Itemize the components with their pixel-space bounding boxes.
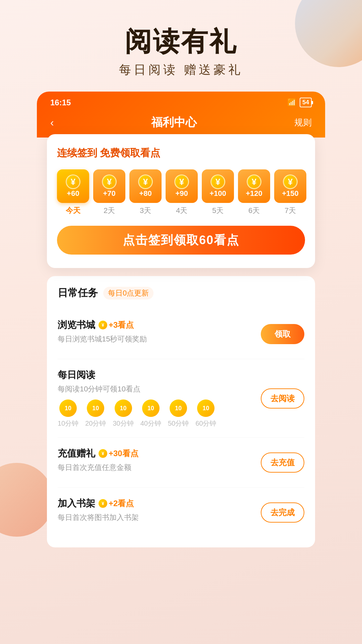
task-button[interactable]: 去阅读 bbox=[261, 388, 304, 409]
tasks-section: 日常任务 每日0点更新 浏览书城 ¥ +3看点 每日浏览书城15秒可领奖励 领取 bbox=[47, 276, 315, 547]
task-button[interactable]: 去完成 bbox=[261, 502, 304, 523]
coin-box: ¥ +90 bbox=[166, 169, 198, 203]
yen-symbol: ¥ bbox=[138, 174, 153, 189]
wifi-icon: 📶 bbox=[287, 98, 296, 107]
day-item: ¥ +120 6天 bbox=[238, 169, 270, 216]
coin-box: ¥ +70 bbox=[93, 169, 125, 203]
task-desc: 每阅读10分钟可领10看点 bbox=[58, 384, 261, 394]
coin-box: ¥ +60 bbox=[57, 169, 89, 203]
status-bar: 16:15 📶 54 bbox=[50, 98, 312, 107]
day-item: ¥ +80 3天 bbox=[129, 169, 162, 216]
task-info: 加入书架 ¥ +2看点 每日首次将图书加入书架 bbox=[58, 497, 261, 528]
task-info: 充值赠礼 ¥ +30看点 每日首次充值任意金额 bbox=[58, 447, 261, 478]
battery-indicator: 54 bbox=[300, 98, 312, 107]
progress-item: 10 60分钟 bbox=[195, 399, 216, 428]
progress-item: 10 50分钟 bbox=[168, 399, 189, 428]
nav-title: 福利中心 bbox=[151, 115, 197, 130]
coin-box: ¥ +120 bbox=[238, 169, 270, 203]
day-label: 今天 bbox=[66, 206, 80, 216]
progress-item: 10 30分钟 bbox=[113, 399, 134, 428]
task-name-row: 充值赠礼 ¥ +30看点 bbox=[58, 447, 261, 460]
coin-amount: +100 bbox=[209, 189, 226, 198]
reward-coin-icon: ¥ bbox=[99, 321, 107, 329]
coin-box: ¥ +80 bbox=[129, 169, 162, 203]
task-reward: ¥ +3看点 bbox=[99, 320, 134, 330]
yen-symbol: ¥ bbox=[283, 174, 298, 189]
progress-coin: 10 bbox=[59, 399, 77, 417]
tasks-list: 浏览书城 ¥ +3看点 每日浏览书城15秒可领奖励 领取 每日阅读 每阅读10分… bbox=[58, 309, 304, 537]
progress-coin: 10 bbox=[197, 399, 215, 417]
tasks-subtitle: 每日0点更新 bbox=[103, 287, 154, 300]
task-button[interactable]: 去充值 bbox=[261, 452, 304, 473]
day-label: 4天 bbox=[176, 206, 187, 216]
phone-mockup: 16:15 📶 54 ‹ 福利中心 规则 连续签到 免费领取看点 ¥ +60 今… bbox=[37, 92, 325, 576]
task-desc: 每日浏览书城15秒可领奖励 bbox=[58, 334, 261, 344]
task-info: 每日阅读 每阅读10分钟可领10看点 10 10分钟 10 20分钟 10 30… bbox=[58, 369, 261, 428]
task-item: 浏览书城 ¥ +3看点 每日浏览书城15秒可领奖励 领取 bbox=[58, 309, 304, 359]
task-name: 加入书架 bbox=[58, 497, 95, 510]
progress-item: 10 40分钟 bbox=[140, 399, 161, 428]
nav-bar: ‹ 福利中心 规则 bbox=[50, 111, 312, 138]
tasks-header: 日常任务 每日0点更新 bbox=[58, 286, 304, 300]
coin-amount: +80 bbox=[139, 189, 152, 198]
status-right: 📶 54 bbox=[287, 98, 312, 107]
reward-coin-icon: ¥ bbox=[99, 449, 107, 458]
coin-amount: +90 bbox=[175, 189, 188, 198]
day-label: 7天 bbox=[285, 206, 296, 216]
task-name-row: 加入书架 ¥ +2看点 bbox=[58, 497, 261, 510]
day-label: 5天 bbox=[212, 206, 224, 216]
progress-label: 50分钟 bbox=[168, 419, 189, 428]
task-name-row: 浏览书城 ¥ +3看点 bbox=[58, 319, 261, 331]
coin-amount: +70 bbox=[103, 189, 115, 198]
task-name-row: 每日阅读 bbox=[58, 369, 261, 381]
signin-card: 连续签到 免费领取看点 ¥ +60 今天 ¥ +70 2天 ¥ +80 3天 ¥… bbox=[47, 134, 315, 268]
day-label: 3天 bbox=[140, 206, 151, 216]
task-reward: ¥ +2看点 bbox=[99, 498, 134, 509]
reward-coin-icon: ¥ bbox=[99, 499, 107, 508]
task-desc: 每日首次将图书加入书架 bbox=[58, 513, 261, 523]
day-item: ¥ +60 今天 bbox=[57, 169, 89, 216]
task-reward: ¥ +30看点 bbox=[99, 448, 138, 459]
task-name: 充值赠礼 bbox=[58, 447, 95, 460]
day-item: ¥ +70 2天 bbox=[93, 169, 125, 216]
yen-symbol: ¥ bbox=[102, 174, 117, 189]
yen-symbol: ¥ bbox=[210, 174, 225, 189]
yen-symbol: ¥ bbox=[174, 174, 189, 189]
phone-header: 16:15 📶 54 ‹ 福利中心 规则 bbox=[37, 92, 325, 138]
yen-symbol: ¥ bbox=[247, 174, 261, 189]
signin-header: 连续签到 免费领取看点 bbox=[57, 146, 305, 160]
progress-label: 20分钟 bbox=[85, 419, 106, 428]
progress-label: 40分钟 bbox=[140, 419, 161, 428]
task-item: 充值赠礼 ¥ +30看点 每日首次充值任意金额 去充值 bbox=[58, 438, 304, 488]
day-item: ¥ +90 4天 bbox=[166, 169, 198, 216]
coin-box: ¥ +150 bbox=[274, 169, 306, 203]
main-title: 阅读有礼 bbox=[0, 27, 362, 56]
back-button[interactable]: ‹ bbox=[50, 116, 54, 129]
sub-title: 每日阅读 赠送豪礼 bbox=[0, 62, 362, 78]
coin-amount: +120 bbox=[246, 189, 262, 198]
reading-progress: 10 10分钟 10 20分钟 10 30分钟 10 40分钟 bbox=[58, 399, 261, 428]
tasks-title: 日常任务 bbox=[58, 286, 98, 300]
status-time: 16:15 bbox=[50, 98, 71, 107]
progress-label: 60分钟 bbox=[195, 419, 216, 428]
task-name: 浏览书城 bbox=[58, 319, 95, 331]
task-item: 每日阅读 每阅读10分钟可领10看点 10 10分钟 10 20分钟 10 30… bbox=[58, 359, 304, 438]
task-item: 加入书架 ¥ +2看点 每日首次将图书加入书架 去完成 bbox=[58, 488, 304, 537]
task-button[interactable]: 领取 bbox=[261, 324, 304, 344]
task-info: 浏览书城 ¥ +3看点 每日浏览书城15秒可领奖励 bbox=[58, 319, 261, 350]
signin-button[interactable]: 点击签到领取60看点 bbox=[57, 226, 305, 255]
day-item: ¥ +150 7天 bbox=[274, 169, 306, 216]
progress-coin: 10 bbox=[115, 399, 132, 417]
coin-box: ¥ +100 bbox=[202, 169, 234, 203]
rule-button[interactable]: 规则 bbox=[294, 117, 312, 128]
progress-coin: 10 bbox=[87, 399, 104, 417]
progress-coin: 10 bbox=[170, 399, 187, 417]
day-label: 2天 bbox=[104, 206, 115, 216]
progress-coin: 10 bbox=[142, 399, 160, 417]
coin-amount: +60 bbox=[67, 189, 79, 198]
day-label: 6天 bbox=[248, 206, 260, 216]
progress-item: 10 10分钟 bbox=[58, 399, 78, 428]
progress-item: 10 20分钟 bbox=[85, 399, 106, 428]
page-header: 阅读有礼 每日阅读 赠送豪礼 bbox=[0, 0, 362, 92]
task-desc: 每日首次充值任意金额 bbox=[58, 463, 261, 473]
